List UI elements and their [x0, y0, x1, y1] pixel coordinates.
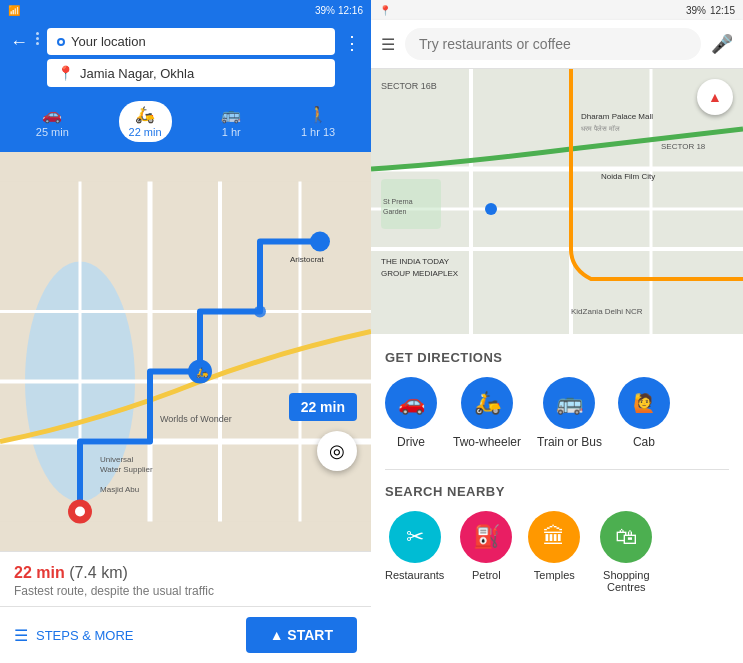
my-location-button[interactable]: ◎	[317, 431, 357, 471]
compass-button[interactable]: ▲	[697, 79, 733, 115]
to-pin-icon: 📍	[57, 65, 74, 81]
battery-left: 39%	[315, 5, 335, 16]
from-dot	[57, 38, 65, 46]
train-bus-circle: 🚌	[543, 377, 595, 429]
svg-point-12	[254, 306, 266, 318]
svg-text:Garden: Garden	[383, 208, 406, 215]
search-input[interactable]	[405, 28, 701, 60]
nav-header: ← Your location 📍 Jamia Nagar, Okhla ⋮	[0, 20, 371, 95]
svg-text:SECTOR 18: SECTOR 18	[661, 142, 706, 151]
steps-more-button[interactable]: ☰ STEPS & MORE	[14, 626, 134, 645]
from-text: Your location	[71, 34, 146, 49]
nearby-shopping[interactable]: 🛍 Shopping Centres	[596, 511, 656, 593]
compass-icon: ▲	[708, 89, 722, 105]
svg-text:🛵: 🛵	[196, 366, 209, 379]
bike-icon: 🛵	[135, 105, 155, 124]
dot3	[36, 42, 39, 45]
dot1	[36, 32, 39, 35]
nearby-icons-row: ✂ Restaurants ⛽ Petrol 🏛 Temples 🛍 Shopp…	[385, 511, 729, 593]
svg-text:Маsjid Abu: Маsjid Abu	[100, 485, 139, 494]
maps-icon: 📍	[379, 5, 391, 16]
status-bar-left: 📶 39% 12:16	[0, 0, 371, 20]
start-label: ▲ START	[270, 627, 333, 643]
tab-bike[interactable]: 🛵 22 min	[119, 101, 172, 142]
drive-label: Drive	[397, 435, 425, 449]
cab-label: Cab	[633, 435, 655, 449]
shopping-circle: 🛍	[600, 511, 652, 563]
to-input[interactable]: 📍 Jamia Nagar, Okhla	[47, 59, 335, 87]
svg-text:Water Supplier: Water Supplier	[100, 465, 153, 474]
drive-icon: 🚗	[42, 105, 62, 124]
steps-more-label: STEPS & MORE	[36, 628, 134, 643]
section-divider	[385, 469, 729, 470]
svg-text:St Prerna: St Prerna	[383, 198, 413, 205]
status-bar-right: 📍 39% 12:15	[371, 0, 743, 20]
map-area-right[interactable]: SECTOR 16B Dharam Palace Mall धरम पैलेस …	[371, 69, 743, 334]
svg-text:Aristocrat: Aristocrat	[290, 255, 325, 264]
time-right: 12:15	[710, 5, 735, 16]
transit-icon: 🚌	[221, 105, 241, 124]
status-left-icons: 📶	[8, 5, 20, 16]
svg-text:Noida Film City: Noida Film City	[601, 172, 655, 181]
map-area-left[interactable]: Worlds of Wonder Universal Water Supplie…	[0, 152, 371, 551]
petrol-circle: ⛽	[460, 511, 512, 563]
restaurants-label: Restaurants	[385, 569, 444, 581]
bike-label: 22 min	[129, 126, 162, 138]
transport-tabs: 🚗 25 min 🛵 22 min 🚌 1 hr 🚶 1 hr 13	[0, 95, 371, 152]
tab-drive[interactable]: 🚗 25 min	[26, 101, 79, 142]
svg-point-11	[310, 232, 330, 252]
get-directions-title: GET DIRECTIONS	[385, 350, 729, 365]
nav-dots-col	[36, 28, 39, 49]
nav-inputs: Your location 📍 Jamia Nagar, Okhla	[47, 28, 335, 87]
back-button[interactable]: ←	[10, 28, 28, 53]
train-bus-label: Train or Bus	[537, 435, 602, 449]
from-input[interactable]: Your location	[47, 28, 335, 55]
bottom-bar: ☰ STEPS & MORE ▲ START	[0, 606, 371, 663]
svg-text:Universal: Universal	[100, 455, 134, 464]
search-nearby-title: SEARCH NEARBY	[385, 484, 729, 499]
route-time: 22 min	[14, 564, 65, 581]
hamburger-button[interactable]: ☰	[381, 35, 395, 54]
left-panel: 📶 39% 12:16 ← Your location 📍 Jamia Naga…	[0, 0, 371, 663]
svg-text:THE INDIA TODAY: THE INDIA TODAY	[381, 257, 450, 266]
walk-label: 1 hr 13	[301, 126, 335, 138]
svg-point-27	[485, 203, 497, 215]
tab-walk[interactable]: 🚶 1 hr 13	[291, 101, 345, 142]
temples-label: Temples	[534, 569, 575, 581]
nearby-temples[interactable]: 🏛 Temples	[528, 511, 580, 593]
search-header: ☰ 🎤	[371, 20, 743, 69]
dir-two-wheeler[interactable]: 🛵 Two-wheeler	[453, 377, 521, 449]
route-time-distance: 22 min (7.4 km)	[14, 564, 357, 582]
svg-text:Dharam Palace Mall: Dharam Palace Mall	[581, 112, 653, 121]
svg-point-10	[75, 507, 85, 517]
dir-cab[interactable]: 🙋 Cab	[618, 377, 670, 449]
walk-icon: 🚶	[308, 105, 328, 124]
svg-text:Worlds of Wonder: Worlds of Wonder	[160, 414, 232, 424]
map-time-overlay: 22 min	[289, 393, 357, 421]
svg-text:SECTOR 16B: SECTOR 16B	[381, 81, 437, 91]
start-button[interactable]: ▲ START	[246, 617, 357, 653]
dir-train-bus[interactable]: 🚌 Train or Bus	[537, 377, 602, 449]
drive-circle: 🚗	[385, 377, 437, 429]
transit-label: 1 hr	[222, 126, 241, 138]
drive-label: 25 min	[36, 126, 69, 138]
nearby-restaurants[interactable]: ✂ Restaurants	[385, 511, 444, 593]
two-wheeler-label: Two-wheeler	[453, 435, 521, 449]
nearby-petrol[interactable]: ⛽ Petrol	[460, 511, 512, 593]
dir-drive[interactable]: 🚗 Drive	[385, 377, 437, 449]
cab-circle: 🙋	[618, 377, 670, 429]
shopping-label: Shopping Centres	[596, 569, 656, 593]
svg-text:धरम पैलेस मॉल: धरम पैलेस मॉल	[581, 124, 620, 132]
menu-icon: ☰	[14, 626, 28, 645]
right-panel: 📍 39% 12:15 ☰ 🎤 SECTOR	[371, 0, 743, 663]
route-info-bar: 22 min (7.4 km) Fastest route, despite t…	[0, 551, 371, 606]
dot2	[36, 37, 39, 40]
route-distance: (7.4 km)	[69, 564, 128, 581]
more-options-button[interactable]: ⋮	[343, 28, 361, 54]
status-right-info: 39% 12:16	[315, 5, 363, 16]
tab-transit[interactable]: 🚌 1 hr	[211, 101, 251, 142]
route-description: Fastest route, despite the usual traffic	[14, 584, 357, 598]
directions-icons-row: 🚗 Drive 🛵 Two-wheeler 🚌 Train or Bus 🙋 C…	[385, 377, 729, 449]
mic-button[interactable]: 🎤	[711, 33, 733, 55]
temples-circle: 🏛	[528, 511, 580, 563]
